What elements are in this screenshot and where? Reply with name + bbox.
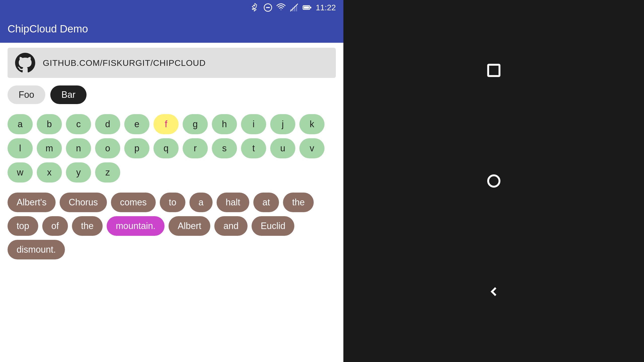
word-chip-top[interactable]: top: [8, 216, 38, 236]
chip-k[interactable]: k: [299, 114, 325, 134]
chip-m[interactable]: m: [37, 138, 62, 158]
chip-d[interactable]: d: [95, 114, 120, 134]
status-bar: 11:22: [0, 0, 343, 15]
app-container: 11:22 ChipCloud Demo GITHUB.COM/FISKURGI…: [0, 0, 343, 362]
signal-icon: [290, 3, 299, 12]
word-chip-the1[interactable]: the: [283, 193, 314, 212]
chip-v[interactable]: v: [299, 138, 325, 158]
style-chips-row: Foo Bar: [8, 85, 336, 104]
word-chip-to[interactable]: to: [160, 193, 185, 212]
status-icons: 11:22: [250, 3, 336, 12]
app-toolbar: ChipCloud Demo: [0, 15, 343, 43]
chip-i[interactable]: i: [241, 114, 266, 134]
chip-c[interactable]: c: [66, 114, 91, 134]
word-chips-row: Albert's Chorus comes to a halt at the t…: [8, 193, 336, 259]
dnd-icon: [263, 3, 272, 12]
chip-y[interactable]: y: [66, 162, 91, 183]
home-button[interactable]: [482, 170, 505, 192]
app-title: ChipCloud Demo: [8, 23, 88, 35]
github-banner[interactable]: GITHUB.COM/FISKURGIT/CHIPCLOUD: [8, 48, 336, 78]
chip-w[interactable]: w: [8, 162, 33, 183]
word-chip-dismount[interactable]: dismount.: [8, 240, 65, 259]
github-logo: [15, 53, 35, 73]
word-chip-mountain[interactable]: mountain.: [107, 216, 165, 236]
chip-s[interactable]: s: [212, 138, 237, 158]
word-chip-and[interactable]: and: [214, 216, 248, 236]
chip-u[interactable]: u: [270, 138, 295, 158]
word-chip-comes[interactable]: comes: [111, 193, 156, 212]
svg-rect-8: [304, 7, 309, 9]
chip-r[interactable]: r: [183, 138, 208, 158]
bluetooth-icon: [250, 3, 259, 12]
side-navigation: [343, 0, 644, 362]
chip-q[interactable]: q: [153, 138, 179, 158]
word-chip-chorus[interactable]: Chorus: [60, 193, 107, 212]
back-button[interactable]: [482, 280, 505, 303]
word-chip-euclid[interactable]: Euclid: [252, 216, 294, 236]
chip-g[interactable]: g: [183, 114, 208, 134]
status-time: 11:22: [316, 3, 336, 12]
chip-j[interactable]: j: [270, 114, 295, 134]
chip-l[interactable]: l: [8, 138, 33, 158]
style-chip-foo[interactable]: Foo: [8, 85, 45, 104]
word-chip-albert[interactable]: Albert: [169, 216, 210, 236]
chip-p[interactable]: p: [124, 138, 149, 158]
word-chip-halt[interactable]: halt: [217, 193, 249, 212]
square-button[interactable]: [482, 59, 505, 82]
word-chip-the2[interactable]: the: [72, 216, 103, 236]
chip-e[interactable]: e: [124, 114, 149, 134]
chip-a[interactable]: a: [8, 114, 33, 134]
chip-o[interactable]: o: [95, 138, 120, 158]
svg-rect-11: [488, 65, 499, 76]
svg-point-12: [488, 175, 499, 187]
chip-h[interactable]: h: [212, 114, 237, 134]
wifi-icon: [276, 3, 286, 12]
chip-z[interactable]: z: [95, 162, 120, 183]
chips-container: Foo Bar a b c d e f g h i j k l m n o p …: [0, 78, 343, 259]
word-chip-alberts[interactable]: Albert's: [8, 193, 56, 212]
word-chip-of[interactable]: of: [42, 216, 68, 236]
chip-t[interactable]: t: [241, 138, 266, 158]
word-chip-a[interactable]: a: [189, 193, 213, 212]
battery-icon: [303, 3, 312, 12]
letter-chips-grid: a b c d e f g h i j k l m n o p q r s t …: [8, 114, 336, 183]
chip-f[interactable]: f: [153, 114, 179, 134]
word-chip-at[interactable]: at: [253, 193, 279, 212]
github-url[interactable]: GITHUB.COM/FISKURGIT/CHIPCLOUD: [43, 58, 206, 68]
chip-b[interactable]: b: [37, 114, 62, 134]
chip-n[interactable]: n: [66, 138, 91, 158]
style-chip-bar[interactable]: Bar: [50, 85, 87, 104]
chip-x[interactable]: x: [37, 162, 62, 183]
